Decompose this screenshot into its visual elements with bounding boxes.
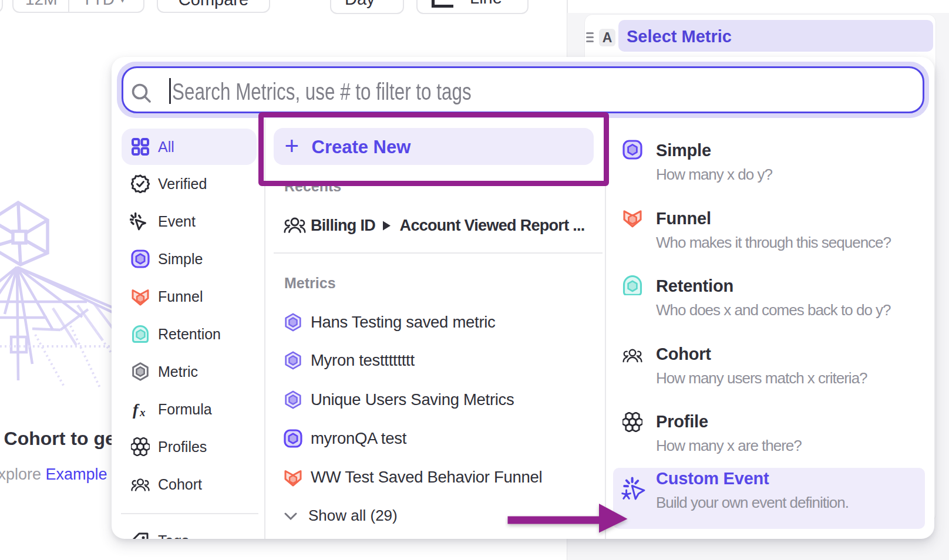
svg-text:f: f — [133, 400, 140, 419]
svg-text:x: x — [139, 406, 146, 419]
